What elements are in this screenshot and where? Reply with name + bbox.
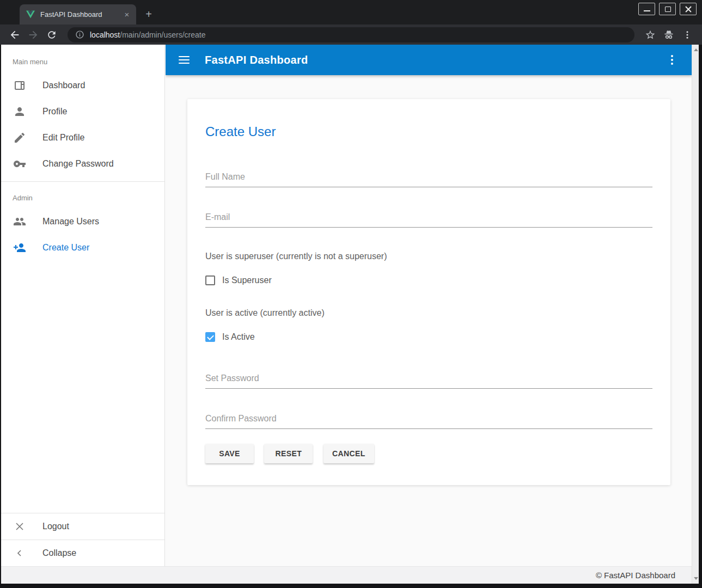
close-icon [13, 520, 26, 533]
sidebar-section-admin: Admin [1, 186, 164, 209]
sidebar-item-profile[interactable]: Profile [1, 99, 164, 125]
info-icon[interactable] [75, 30, 84, 39]
reset-button[interactable]: RESET [264, 444, 313, 463]
scroll-down-arrow-icon[interactable] [694, 577, 698, 580]
full-name-field-wrap [205, 171, 652, 187]
page-footer: © FastAPI Dashboard [1, 566, 692, 584]
checkbox-checked-icon[interactable] [205, 332, 215, 342]
new-tab-button[interactable]: + [142, 8, 156, 22]
tab-close-icon[interactable]: × [122, 10, 132, 20]
is-superuser-label: Is Superuser [222, 275, 272, 285]
save-button[interactable]: SAVE [205, 444, 254, 463]
bookmark-star-icon[interactable] [642, 27, 658, 43]
app-title: FastAPI Dashboard [205, 54, 666, 66]
url-text: localhost/main/admin/users/create [90, 30, 205, 39]
maximize-icon [665, 7, 671, 12]
reload-button[interactable] [44, 27, 60, 43]
is-superuser-checkbox-row[interactable]: Is Superuser [205, 275, 652, 285]
full-name-input[interactable] [205, 171, 652, 187]
incognito-icon [661, 27, 677, 43]
key-icon [13, 157, 26, 170]
pencil-icon [13, 131, 26, 144]
window-minimize-button[interactable] [638, 3, 655, 15]
page-viewport: Main menu Dashboard Profile Edit Profile… [1, 45, 699, 584]
sidebar-item-manage-users[interactable]: Manage Users [1, 209, 164, 235]
vertical-scrollbar[interactable] [692, 45, 699, 584]
vue-logo-favicon [26, 10, 35, 19]
scroll-up-arrow-icon[interactable] [694, 48, 698, 51]
confirm-password-field-wrap [205, 413, 652, 429]
create-user-card: Create User User is superuser (currently… [187, 99, 670, 485]
address-bar[interactable]: localhost/main/admin/users/create [68, 27, 634, 42]
set-password-input[interactable] [205, 372, 652, 389]
forward-button[interactable] [25, 27, 41, 43]
hamburger-menu-icon[interactable] [179, 56, 190, 64]
back-button[interactable] [7, 27, 23, 43]
app-toolbar: FastAPI Dashboard [166, 45, 692, 75]
app-menu-kebab-icon[interactable] [666, 53, 679, 66]
minimize-icon [644, 10, 650, 11]
email-input[interactable] [205, 211, 652, 228]
active-note: User is active (currently active) [205, 308, 652, 318]
page-title: Create User [205, 124, 652, 139]
group-icon [13, 215, 26, 228]
sidebar: Main menu Dashboard Profile Edit Profile… [1, 45, 165, 566]
form-actions: SAVE RESET CANCEL [205, 444, 652, 463]
sidebar-section-main-menu: Main menu [1, 45, 164, 72]
sidebar-item-logout[interactable]: Logout [1, 513, 164, 540]
copyright-text: © FastAPI Dashboard [596, 571, 675, 580]
main-content: FastAPI Dashboard Create User User is su… [166, 45, 692, 566]
sidebar-item-dashboard[interactable]: Dashboard [1, 72, 164, 99]
tab-title: FastAPI Dashboard [40, 10, 122, 19]
email-field-wrap [205, 211, 652, 228]
dashboard-icon [13, 79, 26, 92]
sidebar-divider [1, 181, 164, 182]
sidebar-item-collapse[interactable]: Collapse [1, 540, 164, 566]
person-icon [13, 105, 26, 118]
sidebar-item-change-password[interactable]: Change Password [1, 151, 164, 177]
browser-tab[interactable]: FastAPI Dashboard × [20, 4, 136, 24]
person-add-icon [13, 241, 26, 254]
superuser-note: User is superuser (currently is not a su… [205, 252, 652, 261]
sidebar-item-edit-profile[interactable]: Edit Profile [1, 125, 164, 151]
browser-tabstrip: FastAPI Dashboard × + [0, 0, 702, 24]
browser-menu-kebab-icon[interactable] [679, 27, 695, 43]
window-maximize-button[interactable] [659, 3, 676, 15]
cancel-button[interactable]: CANCEL [323, 444, 374, 463]
is-active-checkbox-row[interactable]: Is Active [205, 332, 652, 342]
sidebar-item-create-user[interactable]: Create User [1, 235, 164, 261]
browser-toolbar: localhost/main/admin/users/create [0, 24, 702, 45]
set-password-field-wrap [205, 372, 652, 389]
confirm-password-input[interactable] [205, 413, 652, 429]
checkbox-unchecked-icon[interactable] [205, 275, 215, 285]
window-close-button[interactable] [680, 3, 697, 15]
sidebar-bottom: Logout Collapse [1, 513, 164, 566]
chevron-left-icon [13, 547, 26, 560]
is-active-label: Is Active [222, 332, 255, 342]
